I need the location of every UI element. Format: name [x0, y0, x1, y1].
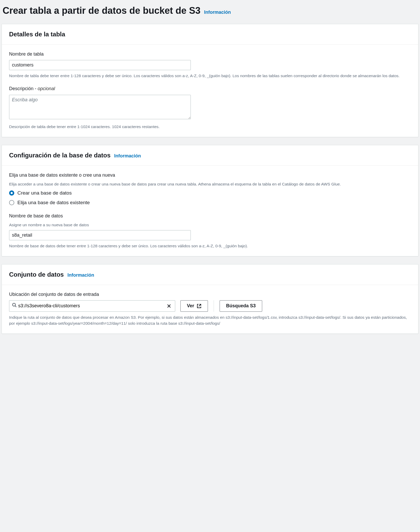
label-table-name: Nombre de tabla	[9, 51, 411, 57]
help-db-name: Nombre de base de datos debe tener entre…	[9, 243, 411, 249]
search-icon	[12, 303, 17, 309]
search-box-dataset	[9, 300, 175, 312]
input-dataset-location[interactable]	[17, 301, 166, 311]
heading-db-config: Configuración de la base de datos Inform…	[9, 151, 411, 160]
panel-header-table-details: Detalles de la tabla	[2, 24, 418, 45]
help-dataset-location: Indique la ruta al conjunto de datos que…	[9, 314, 411, 327]
external-link-icon	[197, 304, 201, 308]
field-description: Descripción - opcional Descripción de ta…	[9, 85, 411, 130]
db-info-link[interactable]: Información	[114, 153, 141, 159]
label-dataset-location: Ubicación del conjunto de datos de entra…	[9, 291, 411, 298]
sublabel-db-name: Asigne un nombre a su nueva base de dato…	[9, 222, 411, 228]
field-db-choice: Elija una base de datos existente o cree…	[9, 172, 411, 206]
browse-s3-button[interactable]: Búsqueda S3	[220, 300, 262, 312]
radio-existing-db[interactable]: Elija una base de datos existente	[9, 199, 411, 206]
dataset-info-link[interactable]: Información	[67, 272, 94, 278]
radio-label-create: Crear una base de datos	[17, 190, 72, 197]
label-description: Descripción - opcional	[9, 85, 411, 92]
help-table-name: Nombre de tabla debe tener entre 1-128 c…	[9, 73, 411, 79]
field-db-name: Nombre de base de datos Asigne un nombre…	[9, 213, 411, 249]
page-info-link[interactable]: Información	[204, 9, 231, 16]
button-separator	[214, 300, 214, 312]
clear-icon-button[interactable]	[166, 303, 172, 309]
radio-create-db[interactable]: Crear una base de datos	[9, 190, 411, 197]
textarea-description[interactable]	[9, 95, 191, 119]
label-db-name: Nombre de base de datos	[9, 213, 411, 219]
help-description: Descripción de tabla debe tener entre 1-…	[9, 124, 411, 130]
radio-label-existing: Elija una base de datos existente	[17, 199, 90, 206]
field-dataset-location: Ubicación del conjunto de datos de entra…	[9, 291, 411, 327]
panel-table-details: Detalles de la tabla Nombre de tabla Nom…	[2, 24, 418, 137]
heading-table-details: Detalles de la tabla	[9, 30, 411, 39]
browse-s3-label: Búsqueda S3	[226, 303, 256, 309]
input-db-name[interactable]	[9, 230, 191, 240]
page-title: Crear tabla a partir de datos de bucket …	[3, 4, 418, 17]
heading-dataset: Conjunto de datos Información	[9, 270, 411, 279]
input-table-name[interactable]	[9, 60, 191, 70]
panel-db-config: Configuración de la base de datos Inform…	[2, 145, 418, 256]
radio-icon-unselected	[9, 200, 14, 205]
label-db-choice: Elija una base de datos existente o cree…	[9, 172, 411, 178]
view-button[interactable]: Ver	[180, 300, 208, 312]
panel-header-dataset: Conjunto de datos Información	[2, 264, 418, 285]
help-db-choice: Elija acceder a una base de datos existe…	[9, 181, 411, 187]
panel-header-db-config: Configuración de la base de datos Inform…	[2, 145, 418, 166]
field-table-name: Nombre de tabla Nombre de tabla debe ten…	[9, 51, 411, 79]
radio-icon-selected	[9, 190, 14, 196]
view-button-label: Ver	[187, 303, 194, 309]
svg-line-1	[15, 306, 16, 307]
svg-point-0	[12, 303, 15, 306]
svg-line-4	[199, 304, 201, 306]
panel-dataset: Conjunto de datos Información Ubicación …	[2, 264, 418, 334]
page-title-text: Crear tabla a partir de datos de bucket …	[3, 4, 200, 17]
